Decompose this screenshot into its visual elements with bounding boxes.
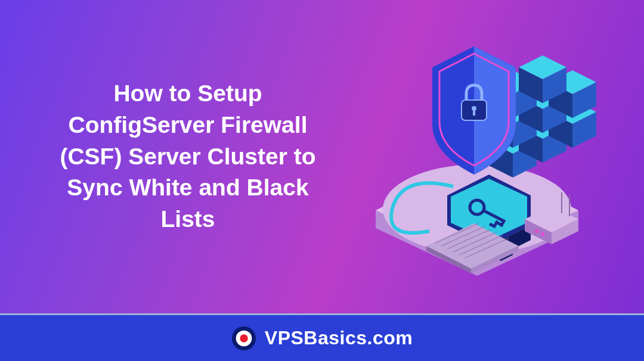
hero-illustration — [334, 0, 620, 313]
svg-point-13 — [535, 229, 538, 233]
page-title: How to Setup ConfigServer Firewall (CSF)… — [42, 78, 334, 235]
svg-rect-3 — [473, 110, 475, 116]
hero-banner: How to Setup ConfigServer Firewall (CSF)… — [0, 0, 644, 313]
roundel-logo-icon — [231, 326, 256, 351]
svg-point-14 — [541, 232, 544, 236]
svg-point-17 — [240, 334, 247, 342]
footer-brand-bar: VPSBasics.com — [0, 313, 644, 361]
isometric-scene — [340, 26, 614, 288]
footer-brand-text: VPSBasics.com — [265, 327, 413, 349]
